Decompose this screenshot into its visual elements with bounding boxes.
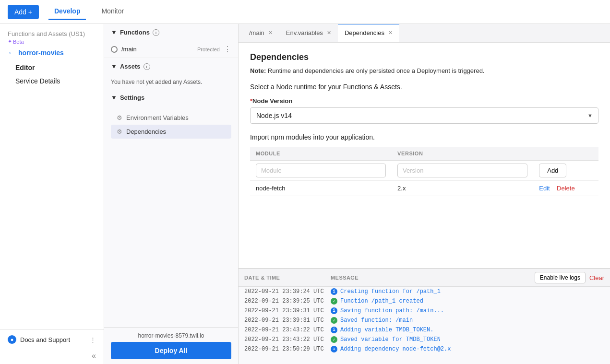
add-module-button[interactable]: Add [539, 164, 566, 177]
dependencies-label: Dependencies [126, 128, 166, 135]
col-module: MODULE [250, 147, 392, 161]
log-message: iAdding variable TMDB_TOKEN. [331, 327, 604, 333]
log-text: Saved function: /main [340, 317, 413, 324]
dependencies-content: Dependencies Note: Runtime and dependenc… [239, 43, 610, 268]
tab-monitor[interactable]: Monitor [96, 3, 130, 20]
settings-item-env-variables[interactable]: ⚙ Environment Variables [111, 111, 231, 125]
functions-arrow-icon: ▼ [111, 29, 117, 36]
dep-subtitle: Select a Node runtime for your Functions… [250, 83, 598, 91]
log-datetime: 2022-09-21 23:39:25 UTC [244, 298, 331, 305]
right-panel: /main ✕ Env.variables ✕ Dependencies ✕ D… [239, 24, 610, 364]
log-row: 2022-09-21 23:39:31 UTCiSaving function … [239, 306, 610, 316]
settings-label: Settings [120, 94, 144, 101]
tab-dep-label: Dependencies [345, 29, 384, 36]
settings-item-dependencies[interactable]: ⚙ Dependencies [111, 125, 231, 139]
log-datetime: 2022-09-21 23:50:29 UTC [244, 346, 331, 352]
npm-table-header: MODULE VERSION [250, 147, 598, 161]
function-item-main: /main Protected ⋮ [104, 41, 238, 58]
node-version-label: *Node Version [250, 97, 598, 105]
log-success-icon: ✓ [331, 336, 337, 343]
left-sidebar: Functions and Assets (US1) ✦Beta ← horro… [0, 24, 104, 364]
docs-support-link[interactable]: ● Docs and Support ⋮ [8, 335, 96, 344]
function-more-icon[interactable]: ⋮ [224, 45, 231, 54]
functions-section-header[interactable]: ▼ Functions i [104, 24, 238, 41]
log-message: iCreating function for /path_1 [331, 288, 604, 295]
log-panel: DATE & TIME MESSAGE Enable live logs Cle… [239, 268, 610, 364]
edit-module-link[interactable]: Edit [539, 185, 550, 192]
clear-logs-button[interactable]: Clear [589, 274, 604, 282]
module-version-cell: 2.x [392, 181, 533, 196]
log-row: 2022-09-21 23:39:24 UTCiCreating functio… [239, 287, 610, 296]
version-input[interactable] [397, 164, 527, 177]
npm-subtitle: Import npm modules into your application… [250, 133, 598, 141]
log-text: Adding dependency node-fetch@2.x [340, 346, 451, 352]
back-link[interactable]: ← horror-movies [8, 48, 96, 57]
log-message: ✓Saved function: /main [331, 317, 604, 324]
tabs-bar: /main ✕ Env.variables ✕ Dependencies ✕ [239, 24, 610, 43]
log-datetime: 2022-09-21 23:39:24 UTC [244, 288, 331, 295]
module-input[interactable] [256, 164, 386, 177]
function-radio[interactable] [111, 46, 118, 53]
functions-label: Functions [120, 29, 150, 36]
tab-dep-close-icon[interactable]: ✕ [388, 30, 393, 36]
log-info-icon: i [331, 288, 337, 295]
node-version-select[interactable]: Node.js v14 Node.js v16 Node.js v18 [250, 107, 598, 124]
beta-tag: ✦Beta [8, 38, 96, 45]
dep-note: Note: Runtime and dependencies are only … [250, 67, 598, 74]
log-datetime: 2022-09-21 23:39:31 UTC [244, 317, 331, 324]
sidebar-nav: Editor Service Details [8, 61, 96, 88]
table-row: node-fetch 2.x Edit Delete [250, 181, 598, 196]
enable-live-logs-button[interactable]: Enable live logs [535, 272, 586, 283]
assets-empty-message: You have not yet added any Assets. [104, 75, 238, 89]
deploy-section: horror-movies-8579.twil.io Deploy All [104, 327, 238, 364]
log-col-message: MESSAGE [331, 275, 535, 281]
dep-note-text: Runtime and dependencies are only persis… [266, 67, 484, 74]
sidebar-item-editor[interactable]: Editor [8, 61, 96, 74]
collapse-button[interactable]: « [0, 350, 104, 364]
assets-label: Assets [120, 63, 141, 70]
tab-main-close-icon[interactable]: ✕ [268, 30, 273, 36]
log-list: 2022-09-21 23:39:24 UTCiCreating functio… [239, 287, 610, 364]
settings-items: ⚙ Environment Variables ⚙ Dependencies [104, 106, 238, 143]
tab-dependencies[interactable]: Dependencies ✕ [338, 24, 399, 42]
main-layout: Functions and Assets (US1) ✦Beta ← horro… [0, 24, 610, 364]
log-text: Saving function path: /main... [340, 307, 444, 314]
tab-main[interactable]: /main ✕ [242, 24, 279, 42]
deploy-all-button[interactable]: Deploy All [111, 342, 231, 359]
dep-gear-icon: ⚙ [117, 128, 122, 135]
docs-support-label: Docs and Support [20, 336, 70, 343]
log-info-icon: i [331, 346, 337, 352]
sidebar-item-service-details[interactable]: Service Details [8, 74, 96, 88]
version-input-cell [392, 161, 533, 181]
service-url: horror-movies-8579.twil.io [111, 332, 231, 339]
tab-env-variables[interactable]: Env.variables ✕ [279, 24, 338, 42]
assets-info-icon: i [144, 63, 150, 70]
log-info-icon: i [331, 307, 337, 314]
tab-env-close-icon[interactable]: ✕ [327, 30, 331, 36]
assets-section-header[interactable]: ▼ Assets i [104, 58, 238, 75]
tab-main-label: /main [249, 29, 264, 36]
col-actions [533, 147, 598, 161]
functions-info-icon: i [153, 29, 159, 36]
function-name: /main [121, 46, 193, 53]
top-nav: Add + Develop Monitor [0, 0, 610, 24]
log-datetime: 2022-09-21 23:43:22 UTC [244, 336, 331, 343]
delete-module-link[interactable]: Delete [557, 185, 575, 192]
log-success-icon: ✓ [331, 317, 337, 324]
log-message: iAdding dependency node-fetch@2.x [331, 346, 604, 352]
add-module-cell: Add [533, 161, 598, 181]
env-variables-label: Environment Variables [126, 114, 189, 121]
tab-env-label: Env.variables [286, 29, 323, 36]
log-message: ✓Saved variable for TMDB_TOKEN [331, 336, 604, 343]
log-row: 2022-09-21 23:50:29 UTCiAdding dependenc… [239, 344, 610, 354]
center-panel: ▼ Functions i /main Protected ⋮ ▼ Assets… [104, 24, 239, 364]
log-text: Function /path_1 created [340, 298, 423, 305]
docs-more-icon[interactable]: ⋮ [90, 336, 96, 343]
back-label: horror-movies [18, 49, 64, 57]
log-row: 2022-09-21 23:39:31 UTC✓Saved function: … [239, 316, 610, 325]
add-button[interactable]: Add + [8, 5, 39, 19]
npm-input-row: Add [250, 161, 598, 181]
tab-develop[interactable]: Develop [48, 3, 86, 20]
docs-icon: ● [8, 335, 16, 344]
settings-section-header[interactable]: ▼ Settings [104, 89, 238, 106]
